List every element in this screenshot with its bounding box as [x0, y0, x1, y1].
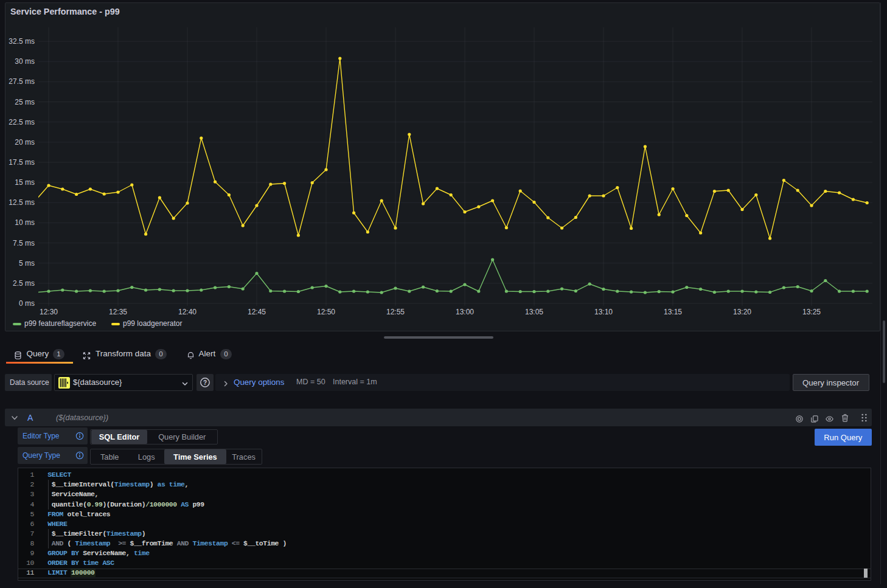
- svg-text:27.5 ms: 27.5 ms: [9, 77, 35, 86]
- svg-text:7.5 ms: 7.5 ms: [13, 239, 35, 247]
- svg-text:20 ms: 20 ms: [15, 138, 35, 147]
- svg-text:0 ms: 0 ms: [19, 299, 35, 308]
- svg-text:12:40: 12:40: [178, 308, 197, 316]
- svg-text:12.5 ms: 12.5 ms: [9, 198, 35, 207]
- svg-text:2.5 ms: 2.5 ms: [13, 279, 35, 288]
- svg-text:13:20: 13:20: [733, 308, 751, 316]
- svg-text:12:50: 12:50: [317, 308, 335, 316]
- svg-text:15 ms: 15 ms: [15, 178, 35, 187]
- svg-text:5 ms: 5 ms: [19, 259, 35, 268]
- svg-text:13:05: 13:05: [525, 308, 543, 316]
- svg-text:?: ?: [203, 379, 207, 386]
- svg-text:13:25: 13:25: [802, 308, 821, 316]
- svg-text:10 ms: 10 ms: [15, 218, 35, 227]
- svg-text:12:30: 12:30: [40, 308, 58, 316]
- svg-text:30 ms: 30 ms: [15, 57, 35, 66]
- svg-text:17.5 ms: 17.5 ms: [9, 158, 35, 167]
- svg-text:12:55: 12:55: [386, 308, 405, 316]
- svg-text:12:45: 12:45: [248, 308, 266, 316]
- svg-text:13:00: 13:00: [456, 308, 474, 316]
- svg-text:25 ms: 25 ms: [15, 98, 35, 106]
- svg-text:12:35: 12:35: [109, 308, 127, 316]
- svg-text:13:10: 13:10: [594, 308, 613, 316]
- svg-text:22.5 ms: 22.5 ms: [9, 118, 35, 126]
- svg-text:13:15: 13:15: [664, 308, 682, 316]
- svg-text:32.5 ms: 32.5 ms: [9, 37, 35, 46]
